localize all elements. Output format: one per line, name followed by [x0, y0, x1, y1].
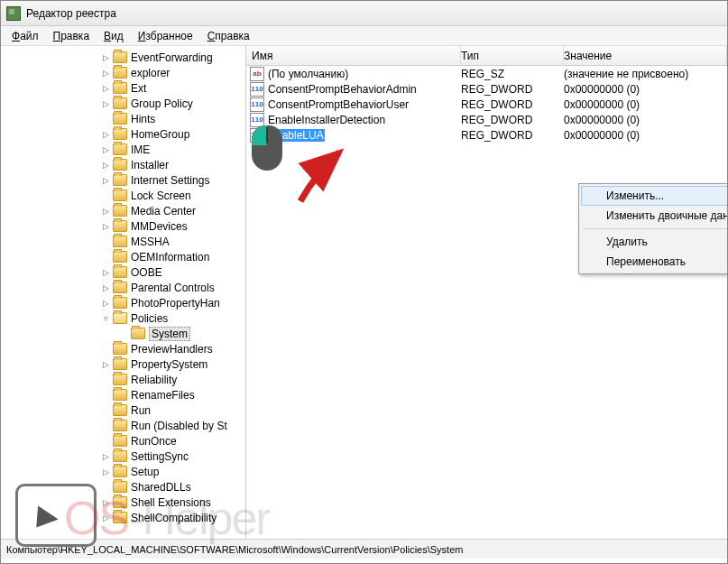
- expander-icon[interactable]: ▿: [100, 313, 111, 324]
- tree-node-label[interactable]: RunOnce: [131, 435, 177, 448]
- list-row[interactable]: 110EnableLUAREG_DWORD0x00000000 (0): [246, 127, 727, 143]
- tree-node-label[interactable]: SharedDLLs: [131, 481, 191, 494]
- expander-icon[interactable]: ▷: [100, 267, 111, 278]
- tree-node-label[interactable]: Installer: [131, 159, 169, 171]
- tree-node[interactable]: ▷Parental Controls: [1, 280, 245, 295]
- expander-icon[interactable]: ▷: [100, 68, 111, 79]
- tree-node-label[interactable]: System: [149, 327, 190, 341]
- ctx-rename[interactable]: Переименовать: [581, 252, 727, 272]
- menu-edit[interactable]: Правка: [46, 28, 97, 44]
- menu-file[interactable]: Файл: [5, 28, 46, 44]
- col-header-name[interactable]: Имя: [246, 46, 461, 65]
- tree-node[interactable]: RenameFiles: [1, 387, 245, 402]
- expander-icon[interactable]: ▷: [100, 451, 111, 462]
- expander-icon[interactable]: ▷: [100, 160, 111, 171]
- tree-node[interactable]: ▷ShellCompatibility: [1, 510, 245, 525]
- tree-node-label[interactable]: IME: [131, 143, 150, 156]
- expander-icon: [100, 405, 111, 416]
- tree-node[interactable]: OEMInformation: [1, 249, 245, 264]
- tree-node-label[interactable]: EventForwarding: [131, 51, 213, 64]
- tree-node-label[interactable]: RenameFiles: [131, 389, 195, 402]
- tree-node-label[interactable]: PhotoPropertyHan: [131, 297, 220, 310]
- tree-node-label[interactable]: Internet Settings: [131, 174, 209, 187]
- tree-node[interactable]: Run (Disabled by St: [1, 418, 245, 433]
- tree-node[interactable]: MSSHA: [1, 234, 245, 249]
- tree-node-label[interactable]: Ext: [131, 82, 146, 95]
- list-row[interactable]: ab(По умолчанию)REG_SZ(значение не присв…: [246, 66, 727, 81]
- tree-node[interactable]: ▷Media Center: [1, 203, 245, 218]
- tree-node[interactable]: SharedDLLs: [1, 479, 245, 495]
- list-row[interactable]: 110ConsentPromptBehaviorUserREG_DWORD0x0…: [246, 97, 727, 112]
- tree-node-label[interactable]: Parental Controls: [131, 282, 215, 294]
- tree-node-label[interactable]: PreviewHandlers: [131, 343, 213, 356]
- ctx-modify[interactable]: Изменить...: [581, 186, 727, 206]
- tree-node-label[interactable]: SettingSync: [131, 450, 189, 463]
- tree-node[interactable]: Reliability: [1, 372, 245, 387]
- col-header-type[interactable]: Тип: [461, 46, 564, 65]
- tree-node[interactable]: Hints: [1, 111, 245, 126]
- tree-node-label[interactable]: Setup: [131, 466, 159, 478]
- tree-node-label[interactable]: Shell Extensions: [131, 496, 211, 509]
- tree-node-label[interactable]: Group Policy: [131, 97, 193, 110]
- tree-node-label[interactable]: MSSHA: [131, 236, 170, 248]
- expander-icon[interactable]: ▷: [100, 98, 111, 109]
- expander-icon[interactable]: ▷: [100, 52, 111, 63]
- tree-node-label[interactable]: Reliability: [131, 374, 177, 386]
- tree-node[interactable]: ▿Policies: [1, 310, 245, 326]
- tree-node[interactable]: ▷Shell Extensions: [1, 495, 245, 510]
- tree-node-label[interactable]: Run (Disabled by St: [131, 420, 227, 432]
- expander-icon[interactable]: ▷: [100, 513, 111, 523]
- tree-node-label[interactable]: PropertySystem: [131, 358, 207, 371]
- expander-icon[interactable]: ▷: [100, 298, 111, 309]
- tree-node-label[interactable]: Run: [131, 404, 151, 417]
- tree-node-label[interactable]: OOBE: [131, 266, 162, 279]
- tree-node[interactable]: PreviewHandlers: [1, 341, 245, 356]
- expander-icon[interactable]: ▷: [100, 497, 111, 508]
- tree-node[interactable]: ▷Group Policy: [1, 96, 245, 111]
- ctx-delete[interactable]: Удалить: [581, 232, 727, 252]
- menu-favorites[interactable]: Избранное: [131, 28, 200, 44]
- tree-node[interactable]: ▷Ext: [1, 80, 245, 96]
- tree-node[interactable]: ▷Installer: [1, 157, 245, 172]
- menu-help[interactable]: Справка: [200, 28, 257, 44]
- tree-node[interactable]: ▷PropertySystem: [1, 356, 245, 372]
- tree-node[interactable]: System: [1, 326, 245, 341]
- tree-node[interactable]: ▷Setup: [1, 464, 245, 479]
- tree-node-label[interactable]: Policies: [131, 312, 168, 325]
- tree-node[interactable]: Lock Screen: [1, 188, 245, 203]
- list-row[interactable]: 110EnableInstallerDetectionREG_DWORD0x00…: [246, 112, 727, 127]
- expander-icon[interactable]: ▷: [100, 221, 111, 232]
- tree-node-label[interactable]: MMDevices: [131, 220, 188, 233]
- expander-icon[interactable]: ▷: [100, 83, 111, 94]
- tree-node[interactable]: ▷EventForwarding: [1, 50, 245, 65]
- list-row[interactable]: 110ConsentPromptBehaviorAdminREG_DWORD0x…: [246, 81, 727, 97]
- tree-node[interactable]: ▷IME: [1, 142, 245, 157]
- tree-node[interactable]: ▷MMDevices: [1, 218, 245, 234]
- ctx-modify-binary[interactable]: Изменить двоичные данные...: [581, 206, 727, 226]
- tree-node[interactable]: ▷Internet Settings: [1, 172, 245, 188]
- expander-icon[interactable]: ▷: [100, 282, 111, 293]
- tree-node[interactable]: ▷SettingSync: [1, 448, 245, 464]
- expander-icon[interactable]: ▷: [100, 206, 111, 217]
- tree-node-label[interactable]: Lock Screen: [131, 190, 191, 202]
- expander-icon[interactable]: ▷: [100, 175, 111, 186]
- tree-node[interactable]: Run: [1, 402, 245, 418]
- expander-icon[interactable]: ▷: [100, 467, 111, 477]
- tree-node[interactable]: RunOnce: [1, 433, 245, 448]
- tree-node-label[interactable]: Media Center: [131, 205, 196, 217]
- expander-icon[interactable]: ▷: [100, 144, 111, 155]
- tree-node-label[interactable]: OEMInformation: [131, 251, 209, 264]
- tree-node[interactable]: ▷PhotoPropertyHan: [1, 295, 245, 310]
- expander-icon[interactable]: ▷: [100, 359, 111, 370]
- tree-node[interactable]: ▷explorer: [1, 65, 245, 80]
- tree-node[interactable]: ▷OOBE: [1, 264, 245, 280]
- tree-node-label[interactable]: HomeGroup: [131, 128, 189, 141]
- tree-node-label[interactable]: Hints: [131, 113, 155, 125]
- col-header-value[interactable]: Значение: [564, 46, 727, 65]
- menu-view[interactable]: Вид: [97, 28, 131, 44]
- tree-node-label[interactable]: explorer: [131, 67, 170, 79]
- tree-node-label[interactable]: ShellCompatibility: [131, 512, 217, 524]
- tree-node[interactable]: ▷HomeGroup: [1, 126, 245, 142]
- expander-icon[interactable]: ▷: [100, 129, 111, 140]
- tree-scroll[interactable]: ▷EventForwarding▷explorer▷Ext▷Group Poli…: [1, 46, 245, 539]
